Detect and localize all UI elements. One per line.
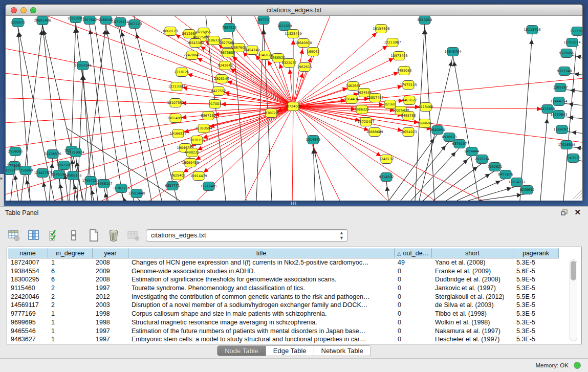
- network-node[interactable]: 9329966: [559, 49, 574, 58]
- network-node[interactable]: 17975115: [400, 81, 417, 90]
- network-node[interactable]: 15692971: [553, 125, 570, 134]
- network-window[interactable]: citations_edges.txt 20355722069140610553…: [5, 4, 583, 201]
- network-node[interactable]: 9097588: [57, 161, 72, 170]
- cell-name[interactable]: 9699695: [8, 318, 48, 327]
- network-node[interactable]: 15720407: [357, 118, 374, 126]
- network-node[interactable]: 7986322: [355, 105, 369, 114]
- cell-out_de[interactable]: 49: [395, 258, 432, 267]
- cell-name[interactable]: 9463627: [8, 335, 48, 343]
- cell-name[interactable]: 9777169: [8, 310, 48, 318]
- network-node[interactable]: 1962615: [297, 63, 312, 72]
- float-panel-icon[interactable]: [561, 209, 568, 216]
- network-node[interactable]: 10719134: [112, 18, 128, 27]
- network-node[interactable]: 9115460: [419, 103, 433, 112]
- delete-rows-icon[interactable]: [107, 229, 120, 242]
- column-header-year[interactable]: year: [93, 248, 128, 258]
- network-node[interactable]: 7625402: [171, 171, 186, 180]
- network-node[interactable]: 9474444: [465, 147, 480, 156]
- cell-title[interactable]: Changes of HCN gene expression and I(f) …: [128, 258, 395, 267]
- tab-node-table[interactable]: Node Table: [217, 345, 266, 356]
- column-header-in_degree[interactable]: in_degree: [48, 248, 93, 258]
- cell-title[interactable]: Corpus callosum shape and size in male p…: [128, 310, 395, 318]
- network-node[interactable]: 1156869: [18, 166, 33, 175]
- cell-year[interactable]: 2008: [93, 258, 128, 267]
- network-node[interactable]: 16648784: [444, 48, 461, 56]
- cell-title[interactable]: Estimation of significance thresholds fo…: [128, 275, 395, 284]
- cell-pagerank[interactable]: 5.3E-5: [513, 258, 559, 267]
- cell-name[interactable]: 18724007: [8, 258, 48, 267]
- network-node[interactable]: 169042: [307, 48, 320, 56]
- network-node[interactable]: 2516065: [8, 147, 23, 156]
- column-header-out_de[interactable]: △out_de…: [395, 248, 432, 258]
- cell-out_de[interactable]: 0: [395, 318, 432, 327]
- network-node[interactable]: 9364436: [344, 95, 359, 104]
- column-header-name[interactable]: name: [8, 248, 48, 258]
- horizontal-splitter-handle[interactable]: [291, 202, 297, 205]
- cell-in_degree[interactable]: 2: [48, 301, 93, 310]
- network-node[interactable]: 8878352: [190, 136, 205, 145]
- table-row[interactable]: 911546021997Tourette syndrome. Phenomeno…: [8, 284, 581, 293]
- network-node[interactable]: 9857771: [165, 182, 180, 190]
- column-header-title[interactable]: title: [128, 248, 395, 258]
- cell-pagerank[interactable]: 5.3E-5: [513, 310, 559, 318]
- table-row[interactable]: 1872400712008Changes of HCN gene express…: [8, 258, 581, 267]
- network-node[interactable]: 12444154: [550, 97, 567, 106]
- cell-year[interactable]: 2009: [93, 267, 128, 276]
- network-node[interactable]: 4498222: [185, 148, 200, 157]
- cell-short[interactable]: Franke et al. (2009): [432, 267, 513, 276]
- network-node[interactable]: 1209387: [553, 83, 568, 92]
- table-settings-icon[interactable]: [7, 229, 20, 242]
- network-node[interactable]: 12213393: [168, 82, 185, 91]
- network-node[interactable]: 10654112: [508, 178, 525, 187]
- cell-pagerank[interactable]: 5.3E-5: [513, 335, 559, 343]
- network-node[interactable]: 9214502: [379, 173, 394, 182]
- network-node[interactable]: 9245652: [520, 186, 535, 194]
- close-panel-icon[interactable]: ✕: [574, 209, 581, 216]
- cell-year[interactable]: 1998: [93, 310, 128, 318]
- network-node[interactable]: 1527602: [82, 16, 97, 25]
- column-selector-icon[interactable]: [27, 229, 40, 242]
- network-node[interactable]: 7857224: [222, 24, 237, 32]
- cell-year[interactable]: 2003: [93, 301, 128, 310]
- network-node[interactable]: 20206576: [44, 150, 61, 159]
- new-table-icon[interactable]: [87, 229, 100, 242]
- network-node[interactable]: 1248132: [379, 155, 394, 164]
- network-node[interactable]: 19166827: [169, 129, 186, 138]
- cell-title[interactable]: Tourette syndrome. Phenomenology and cla…: [128, 284, 395, 293]
- cell-name[interactable]: 9115460: [8, 284, 48, 293]
- cell-pagerank[interactable]: 5.9E-5: [513, 275, 559, 284]
- cell-in_degree[interactable]: 1: [48, 258, 93, 267]
- cell-name[interactable]: 9465546: [8, 327, 48, 336]
- network-node[interactable]: 11325419: [285, 30, 301, 38]
- cell-in_degree[interactable]: 6: [48, 275, 93, 284]
- cell-name[interactable]: 19384554: [8, 267, 48, 276]
- network-node[interactable]: 9699695: [418, 119, 432, 128]
- cell-title[interactable]: Structural magnetic resonance image aver…: [128, 318, 395, 327]
- cell-year[interactable]: 2012: [93, 293, 128, 301]
- cell-title[interactable]: Investigating the contribution of common…: [128, 293, 395, 301]
- column-header-short[interactable]: short: [432, 248, 513, 258]
- network-node[interactable]: 9463627: [402, 96, 417, 105]
- network-node[interactable]: 1167533: [566, 154, 581, 163]
- cell-year[interactable]: 1997: [93, 335, 128, 343]
- cell-year[interactable]: 1997: [93, 284, 128, 293]
- cell-pagerank[interactable]: 5.3E-5: [513, 284, 559, 293]
- network-node[interactable]: 1640954: [430, 126, 445, 135]
- network-node[interactable]: 16782759: [113, 184, 129, 193]
- network-node[interactable]: 95723: [258, 16, 269, 25]
- network-node[interactable]: 5675685: [221, 49, 235, 57]
- cell-short[interactable]: Jankovic et al. (1997): [432, 284, 513, 293]
- cell-in_degree[interactable]: 2: [48, 284, 93, 293]
- cell-out_de[interactable]: 0: [395, 293, 432, 301]
- cell-pagerank[interactable]: 5.3E-5: [513, 301, 559, 310]
- cell-name[interactable]: 22420046: [8, 293, 48, 301]
- cell-pagerank[interactable]: 5.6E-5: [513, 267, 559, 276]
- network-node[interactable]: 7485063: [397, 67, 412, 75]
- table-row[interactable]: 946362711997Embryonic stem cells: a mode…: [8, 335, 581, 343]
- cell-in_degree[interactable]: 1: [48, 335, 93, 343]
- cell-short[interactable]: Wolkin et al. (1998): [432, 318, 513, 327]
- scrollbar-thumb[interactable]: [571, 261, 576, 280]
- cell-short[interactable]: Tibbo et al. (1998): [432, 310, 513, 318]
- network-node[interactable]: 6879197: [452, 140, 467, 148]
- network-node[interactable]: 12923448: [128, 189, 145, 198]
